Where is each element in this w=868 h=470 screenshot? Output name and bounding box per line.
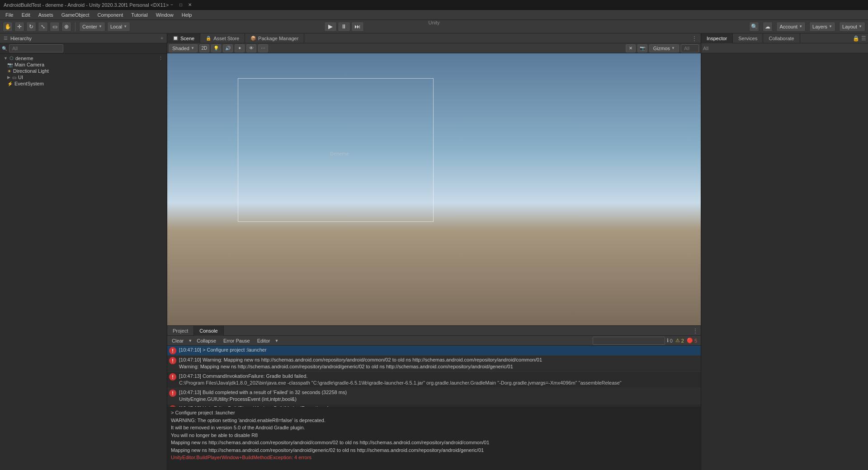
restore-button[interactable]: □: [178, 2, 184, 8]
console-row-1-text: [10:47:10] > Configure project :launcher: [179, 347, 699, 353]
scene-2d-btn[interactable]: 2D: [199, 44, 209, 52]
hierarchy-item-deneme[interactable]: ▼ ⬡ deneme ⋮: [0, 55, 167, 61]
scene-tabs-more-btn[interactable]: ⋮: [692, 35, 697, 42]
hierarchy-search-input[interactable]: [9, 44, 63, 52]
console-row-2-msg2: Warning: Mapping new ns http://schemas.a…: [179, 363, 699, 370]
layout-label: Layout: [842, 24, 857, 29]
bottom-tabs-more-btn[interactable]: ⋮: [693, 328, 701, 334]
account-button[interactable]: Account ▼: [776, 22, 806, 32]
tool-scale[interactable]: ⤡: [38, 22, 48, 32]
inspector-sub-label: All: [703, 46, 708, 51]
play-button[interactable]: ▶: [324, 22, 337, 32]
hierarchy-menu-icon[interactable]: ☰: [4, 36, 8, 41]
hierarchy-item-eventsystem[interactable]: ⚡ EventSystem: [0, 80, 167, 87]
menu-file[interactable]: File: [2, 11, 17, 19]
tab-collaborate[interactable]: Collaborate: [763, 33, 800, 43]
shading-dropdown[interactable]: Shaded ▼: [169, 44, 198, 52]
tab-package-manager[interactable]: 📦 Package Manager: [245, 33, 304, 43]
pivot-space-btn[interactable]: Local ▼: [107, 22, 130, 32]
collab-icon[interactable]: 🔍: [749, 22, 759, 32]
icon-dirlight: ☀: [7, 69, 11, 74]
tab-project-label: Project: [173, 328, 188, 334]
step-button[interactable]: ⏭: [351, 22, 364, 32]
pivot-mode-btn[interactable]: Center ▼: [79, 22, 105, 32]
editor-dropdown-caret[interactable]: ▼: [274, 338, 278, 343]
warning-icon: ⚠: [675, 338, 680, 343]
tool-rotate[interactable]: ↻: [26, 22, 36, 32]
gizmos-caret: ▼: [671, 46, 675, 50]
scene-grid-btn[interactable]: ⋯: [258, 44, 268, 52]
scene-hide-btn[interactable]: 👁: [246, 44, 256, 52]
menu-edit[interactable]: Edit: [18, 11, 34, 19]
scene-search-input[interactable]: [681, 44, 699, 52]
collapse-button[interactable]: Collapse: [194, 337, 219, 345]
minimize-button[interactable]: −: [169, 2, 175, 8]
scene-right-tools: ✕ 📷 Gizmos ▼: [626, 44, 699, 52]
inspector-tab-label: Inspector: [707, 36, 727, 41]
shading-caret: ▼: [191, 46, 194, 50]
tab-inspector[interactable]: Inspector: [701, 33, 733, 43]
menu-tutorial[interactable]: Tutorial: [127, 11, 151, 19]
account-caret: ▼: [799, 24, 802, 28]
console-toolbar: Clear ▼ Collapse Error Pause Editor ▼ ℹ …: [167, 336, 701, 346]
scene-toolbar: Shaded ▼ 2D 💡 🔊 ✦ 👁 ⋯ ✕ 📷 Gizmos ▼: [167, 43, 701, 53]
tool-hand[interactable]: ✋: [3, 22, 13, 32]
menu-component[interactable]: Component: [94, 11, 127, 19]
console-row-3[interactable]: ! [10:47:13] CommandInvokationFailure: G…: [167, 372, 701, 388]
tab-scene-label: Scene: [180, 36, 194, 41]
console-row-2[interactable]: ! [10:47:10] Warning: Mapping new ns htt…: [167, 356, 701, 372]
editor-button[interactable]: Editor: [255, 337, 273, 345]
inspector-menu-icon[interactable]: ☰: [861, 35, 866, 42]
scene-light-btn[interactable]: 💡: [211, 44, 221, 52]
pivot-mode-label: Center: [82, 24, 97, 29]
hierarchy-item-maincamera[interactable]: 📷 Main Camera: [0, 61, 167, 68]
tab-asset-store[interactable]: 🔒 Asset Store: [200, 33, 245, 43]
menu-gameobject[interactable]: GameObject: [58, 11, 93, 19]
hierarchy-item-dirlight[interactable]: ☀ Directional Light: [0, 68, 167, 74]
tool-move[interactable]: ✛: [14, 22, 24, 32]
scene-search-btn[interactable]: ✕: [626, 44, 636, 52]
hierarchy-options-deneme[interactable]: ⋮: [158, 55, 163, 61]
console-row-4-msg2: UnityEngine.GUIUtility:ProcessEvent (int…: [179, 396, 699, 403]
clear-dropdown-caret[interactable]: ▼: [188, 338, 192, 343]
hierarchy-label-maincamera: Main Camera: [14, 62, 44, 67]
tool-rect[interactable]: ▭: [50, 22, 60, 32]
layout-button[interactable]: Layout ▼: [839, 22, 865, 32]
menu-window[interactable]: Window: [152, 11, 177, 19]
hierarchy-item-ui[interactable]: ▶ ▭ UI: [0, 74, 167, 80]
scene-tab-options: ⋮: [692, 35, 701, 42]
cloud-button[interactable]: ☁: [763, 22, 773, 32]
tab-console[interactable]: Console: [194, 326, 223, 336]
console-row-3-msg2: C:\Program Files\Java\jdk1.8.0_202\bin\j…: [179, 380, 699, 386]
console-row-4-text: [10:47:13] Build completed with a result…: [179, 389, 699, 403]
inspector-lock-icon[interactable]: 🔒: [853, 35, 859, 42]
menu-help[interactable]: Help: [178, 11, 196, 19]
tab-project[interactable]: Project: [167, 326, 194, 336]
scene-audio-btn[interactable]: 🔊: [223, 44, 233, 52]
menu-assets[interactable]: Assets: [35, 11, 57, 19]
pause-button[interactable]: ⏸: [338, 22, 350, 32]
close-button[interactable]: ✕: [187, 2, 193, 8]
console-row-1[interactable]: ! [10:47:10] > Configure project :launch…: [167, 346, 701, 356]
scene-view-btn[interactable]: 📷: [637, 44, 647, 52]
console-search-input[interactable]: [593, 337, 665, 345]
tab-pkgmgr-label: Package Manager: [258, 36, 298, 41]
scene-ui-label: Deneme: [330, 151, 349, 156]
error-pause-button[interactable]: Error Pause: [221, 337, 253, 345]
hierarchy-add-btn[interactable]: +: [160, 36, 163, 41]
console-detail-line-6: Mapping new ns http://schemas.android.co…: [171, 446, 697, 454]
tab-services[interactable]: Services: [733, 33, 763, 43]
gizmos-btn[interactable]: Gizmos ▼: [649, 44, 679, 52]
tool-combined[interactable]: ⊕: [61, 22, 71, 32]
layers-caret: ▼: [829, 24, 832, 28]
console-rows: ! [10:47:10] > Configure project :launch…: [167, 346, 701, 407]
layers-button[interactable]: Layers ▼: [809, 22, 835, 32]
info-icon: ℹ: [667, 338, 669, 343]
tab-scene[interactable]: 🔲 Scene: [167, 33, 200, 43]
collaborate-tab-label: Collaborate: [769, 36, 794, 41]
error-count-badge: 🔴 5: [687, 338, 697, 343]
console-row-4[interactable]: ! [10:47:13] Build completed with a resu…: [167, 388, 701, 404]
clear-button[interactable]: Clear: [169, 337, 186, 345]
tab-console-label: Console: [199, 328, 217, 334]
scene-effect-btn[interactable]: ✦: [235, 44, 245, 52]
